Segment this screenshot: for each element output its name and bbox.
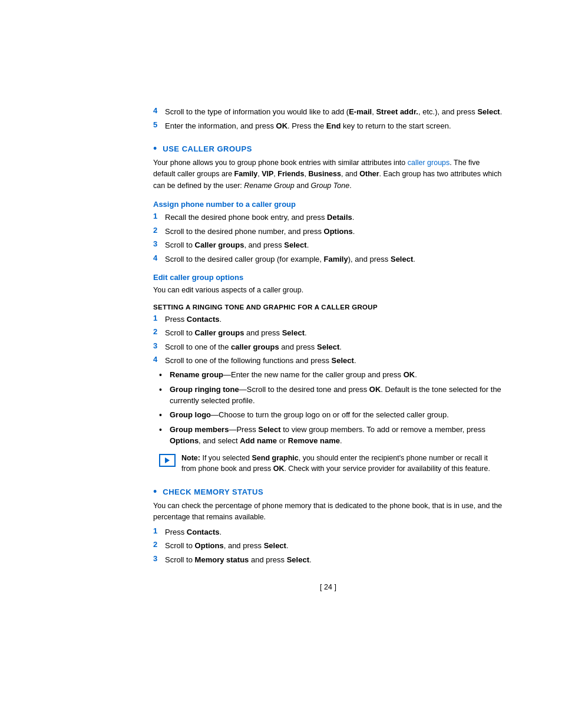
bullet-text-2: Group ringing tone—Scroll to the desired…: [170, 384, 503, 407]
caller-groups-intro: Your phone allows you to group phone boo…: [153, 157, 503, 192]
bullet-dot-caller-groups: •: [153, 143, 157, 154]
edit-step-4: 4 Scroll to one of the following functio…: [153, 355, 503, 367]
edit-step-1: 1 Press Contacts.: [153, 314, 503, 325]
bullet-group-members: • Group members—Press Select to view gro…: [153, 424, 503, 447]
note-arrow-icon: [165, 457, 170, 463]
edit-step-num-4: 4: [153, 355, 160, 367]
assign-step-3: 3 Scroll to Caller groups, and press Sel…: [153, 239, 503, 251]
assign-step-1: 1 Recall the desired phone book entry, a…: [153, 212, 503, 223]
content-area: 4 Scroll to the type of information you …: [153, 106, 503, 591]
step-num-4: 4: [153, 106, 160, 118]
assign-step-text-2: Scroll to the desired phone number, and …: [165, 226, 503, 238]
note-box: Note: If you selected Send graphic, you …: [153, 453, 503, 475]
memory-step-2: 2 Scroll to Options, and press Select.: [153, 540, 503, 552]
edit-step-2: 2 Scroll to Caller groups and press Sele…: [153, 327, 503, 339]
edit-step-text-2: Scroll to Caller groups and press Select…: [165, 327, 503, 339]
bullet-sym-3: •: [159, 409, 165, 421]
bullet-rename-group: • Rename group—Enter the new name for th…: [153, 369, 503, 381]
assign-step-text-4: Scroll to the desired caller group (for …: [165, 253, 503, 265]
bullet-sym-2: •: [159, 384, 165, 407]
note-text: Note: If you selected Send graphic, you …: [181, 453, 503, 475]
memory-step-num-2: 2: [153, 540, 160, 552]
bullet-group-logo: • Group logo—Choose to turn the group lo…: [153, 409, 503, 421]
memory-step-text-1: Press Contacts.: [165, 526, 503, 538]
intro-step-4: 4 Scroll to the type of information you …: [153, 106, 503, 118]
bullet-sym-1: •: [159, 369, 165, 381]
assign-step-num-2: 2: [153, 226, 160, 238]
edit-step-3: 3 Scroll to one of the caller groups and…: [153, 341, 503, 353]
edit-step-text-4: Scroll to one of the following functions…: [165, 355, 503, 367]
bullet-text-1: Rename group—Enter the new name for the …: [170, 369, 503, 381]
page: 4 Scroll to the type of information you …: [0, 0, 562, 728]
edit-step-num-3: 3: [153, 341, 160, 353]
edit-intro: You can edit various aspects of a caller…: [153, 285, 503, 296]
page-number: [ 24 ]: [153, 583, 503, 591]
edit-step-text-3: Scroll to one of the caller groups and p…: [165, 341, 503, 353]
intro-step-5: 5 Enter the information, and press OK. P…: [153, 120, 503, 132]
bullet-dot-memory: •: [153, 486, 157, 497]
assign-step-text-1: Recall the desired phone book entry, and…: [165, 212, 503, 223]
check-memory-title: CHECK MEMORY STATUS: [163, 487, 263, 496]
assign-step-num-3: 3: [153, 239, 160, 251]
assign-step-2: 2 Scroll to the desired phone number, an…: [153, 226, 503, 238]
bullet-text-3: Group logo—Choose to turn the group logo…: [170, 409, 503, 421]
bullet-text-4: Group members—Press Select to view group…: [170, 424, 503, 447]
step-text-5: Enter the information, and press OK. Pre…: [165, 120, 503, 132]
caller-groups-link: caller groups: [408, 159, 450, 167]
assign-step-num-1: 1: [153, 212, 160, 223]
bullet-ringing-tone: • Group ringing tone—Scroll to the desir…: [153, 384, 503, 407]
assign-step-num-4: 4: [153, 253, 160, 265]
note-icon: [159, 454, 176, 467]
memory-intro: You can check the percentage of phone me…: [153, 500, 503, 523]
memory-step-3: 3 Scroll to Memory status and press Sele…: [153, 554, 503, 566]
step-num-5: 5: [153, 120, 160, 132]
use-caller-groups-title: USE CALLER GROUPS: [163, 144, 252, 153]
memory-step-text-3: Scroll to Memory status and press Select…: [165, 554, 503, 566]
edit-step-num-2: 2: [153, 327, 160, 339]
check-memory-header: • CHECK MEMORY STATUS: [153, 486, 503, 497]
memory-step-text-2: Scroll to Options, and press Select.: [165, 540, 503, 552]
edit-step-text-1: Press Contacts.: [165, 314, 503, 325]
bullet-sym-4: •: [159, 424, 165, 447]
memory-step-num-1: 1: [153, 526, 160, 538]
setting-subtitle: SETTING A RINGING TONE AND GRAPHIC FOR A…: [153, 304, 503, 311]
assign-subsection-title: Assign phone number to a caller group: [153, 200, 503, 209]
use-caller-groups-header: • USE CALLER GROUPS: [153, 143, 503, 154]
edit-step-num-1: 1: [153, 314, 160, 325]
edit-subsection-title: Edit caller group options: [153, 273, 503, 282]
assign-step-4: 4 Scroll to the desired caller group (fo…: [153, 253, 503, 265]
memory-step-num-3: 3: [153, 554, 160, 566]
memory-step-1: 1 Press Contacts.: [153, 526, 503, 538]
step-text-4: Scroll to the type of information you wo…: [165, 106, 503, 118]
assign-step-text-3: Scroll to Caller groups, and press Selec…: [165, 239, 503, 251]
